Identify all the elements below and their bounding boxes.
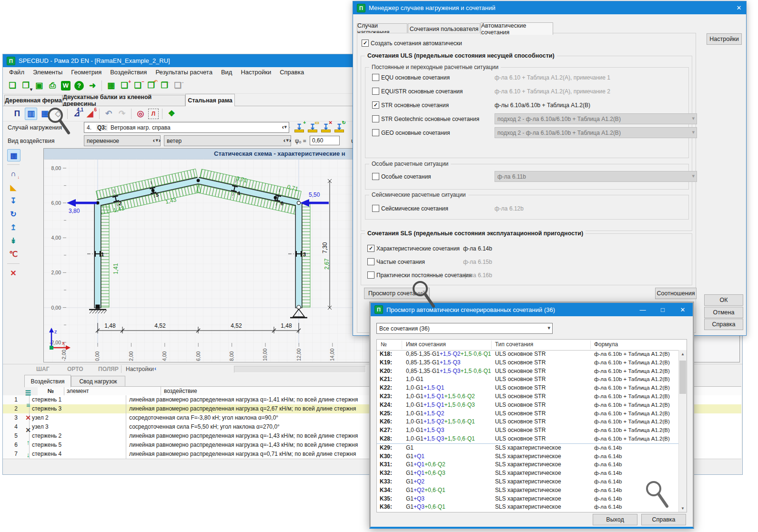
row-checkbox[interactable]: ✓: [367, 245, 374, 252]
menu-1[interactable]: Элементы: [29, 67, 67, 77]
undo-icon[interactable]: ↶: [103, 108, 114, 120]
minimize-icon[interactable]: —: [633, 303, 653, 316]
move-row-down-icon[interactable]: ↓: [22, 450, 34, 460]
delete-all-loads-icon[interactable]: ✕: [22, 412, 34, 423]
combination-row[interactable]: K30:G1+Q1SLS характеристическоеф-ла 6.14…: [377, 452, 678, 461]
combination-row[interactable]: K21:1,0·G1ULS основное STRф-ла 6.10b + Т…: [377, 375, 678, 384]
manager-titlebar[interactable]: П Менеджер случаев нагружения и сочетани…: [353, 1, 746, 14]
bottom-tab-0[interactable]: Воздействия: [24, 375, 71, 387]
combination-row[interactable]: K24:1,0·G1+1,5·Q1+1,5·0,6·Q3ULS основное…: [377, 401, 678, 410]
row-checkbox[interactable]: ✓: [372, 101, 379, 109]
combination-row[interactable]: K33:G1+Q2SLS характеристическоеф-ла 6.14…: [377, 478, 678, 486]
redo-icon[interactable]: ↷: [116, 108, 128, 120]
paste-case-icon[interactable]: ❐←: [159, 80, 170, 91]
support-settlement-icon[interactable]: ↡: [7, 235, 20, 246]
menu-0[interactable]: Файл: [5, 67, 29, 77]
maximize-icon[interactable]: □: [653, 303, 673, 316]
delete-load-icon[interactable]: ↧✕: [320, 121, 332, 132]
next-kind-button[interactable]: ›: [157, 135, 162, 145]
viewer-titlebar[interactable]: П Просмотр автоматически сгенерированных…: [371, 303, 693, 316]
cycle-load-icon[interactable]: ↧↻: [334, 121, 345, 132]
auto-combinations-checkbox[interactable]: ✓: [362, 40, 369, 47]
exit-button[interactable]: Выход: [593, 514, 637, 525]
add-load-icon[interactable]: ↧+: [293, 121, 305, 132]
menu-4[interactable]: Результаты расчета: [151, 67, 217, 77]
prev-kind-button[interactable]: ‹: [151, 135, 157, 145]
action-kind-combo[interactable]: переменное ▾: [84, 135, 161, 146]
ratios-button[interactable]: Соотношения: [655, 288, 697, 299]
scroll-down-icon[interactable]: ▼: [679, 504, 687, 512]
displacement-icon[interactable]: ↥: [7, 221, 20, 233]
combination-row[interactable]: K20:0,85·1,35·G1+1,5·Q3+1,5·0,6·Q1ULS ос…: [377, 367, 678, 376]
tab-2[interactable]: Стальная рама: [185, 94, 235, 106]
row-checkbox[interactable]: [372, 88, 379, 95]
insert-load-icon[interactable]: ≡: [22, 400, 34, 411]
print-icon[interactable]: ⎙: [47, 80, 58, 91]
new-file-icon[interactable]: ❏: [7, 80, 18, 91]
render-view-icon[interactable]: ❖: [166, 108, 177, 120]
row-checkbox[interactable]: [372, 205, 379, 212]
point-force-icon[interactable]: ↧: [7, 195, 20, 206]
combination-row[interactable]: K19:0,85·1,35·G1+1,5·Q3ULS основное STRф…: [377, 359, 678, 367]
moment-load-icon[interactable]: ∩↓: [7, 168, 20, 180]
combination-row[interactable]: K25:1,0·G1+1,5·Q2ULS основное STRф-ла 6.…: [377, 410, 678, 418]
status-settings[interactable]: Настройки: [126, 366, 154, 372]
action-category-combo[interactable]: ветер ▾: [164, 135, 291, 146]
copy-case-icon[interactable]: ❐↶: [145, 80, 157, 91]
menu-2[interactable]: Геометрия: [67, 67, 106, 77]
eraser-icon[interactable]: ◇: [52, 108, 64, 120]
distributed-load-icon[interactable]: ◣: [7, 181, 20, 193]
loads-list-icon[interactable]: ☰: [22, 388, 34, 398]
combination-row[interactable]: K23:1,0·G1+1,5·Q1+1,5·0,6·Q2ULS основное…: [377, 392, 678, 401]
section-numbers-icon[interactable]: ⊿4,1: [71, 108, 82, 120]
truss-module-icon[interactable]: Π: [11, 108, 23, 120]
prev-category-button[interactable]: ‹: [282, 135, 287, 145]
temperature-icon[interactable]: ℃: [7, 248, 20, 260]
remove-case-icon[interactable]: ❏−: [132, 80, 143, 91]
combination-row[interactable]: K31:G1+Q1+0,6·Q2SLS характеристическоеф-…: [377, 461, 678, 469]
combination-filter-combo[interactable]: Все сочетания (36) ▾: [376, 323, 553, 334]
add-case-icon[interactable]: ❏+: [119, 80, 130, 91]
scrollbar-thumb[interactable]: [679, 361, 686, 394]
row-checkbox[interactable]: [372, 74, 379, 81]
bottom-tab-1[interactable]: Свод нагрузок: [71, 376, 125, 387]
schema-view-icon[interactable]: ▦: [7, 149, 20, 161]
table-scrollbar[interactable]: ▲ ▼: [678, 350, 687, 512]
menu-6[interactable]: Настройки: [236, 67, 275, 77]
ok-button[interactable]: ОК: [704, 294, 743, 306]
next-case-button[interactable]: ›: [286, 122, 292, 131]
tab-1[interactable]: Двускатные балки из клееной древесины: [62, 95, 185, 106]
tab-0[interactable]: Деревянная ферма: [4, 95, 62, 106]
combination-row[interactable]: K28:1,0·G1+1,5·Q3+1,5·0,6·Q1ULS основное…: [377, 435, 678, 443]
menu-5[interactable]: Вид: [217, 67, 237, 77]
menu-3[interactable]: Воздействия: [106, 67, 151, 77]
help-button[interactable]: Справка: [704, 319, 743, 330]
load-case-combo[interactable]: 4. Q3: Ветровая нагр. справа ▾: [84, 122, 289, 133]
zoom-window-icon[interactable]: ◎: [135, 108, 146, 120]
psi0-input[interactable]: 0,60: [310, 136, 340, 145]
prev-case-button[interactable]: ‹: [280, 122, 286, 131]
selection-mode-icon[interactable]: Л: [148, 109, 159, 119]
help-icon[interactable]: ?: [74, 81, 84, 90]
manager-tab-2[interactable]: Автоматические сочетания: [481, 22, 553, 35]
scroll-up-icon[interactable]: ▲: [679, 350, 687, 358]
frame-module-icon[interactable]: ▥: [25, 108, 37, 120]
open-file-icon[interactable]: ❐▾: [20, 80, 31, 91]
combination-row[interactable]: K27:1,0·G1+1,5·Q3ULS основное STRф-ла 6.…: [377, 426, 678, 435]
collapse-icon[interactable]: ‹: [154, 365, 156, 372]
delete-load-row-icon[interactable]: ✕: [22, 425, 34, 435]
status-toggle-0[interactable]: ШАГ: [36, 366, 50, 372]
menu-7[interactable]: Справка: [275, 67, 308, 77]
row-checkbox[interactable]: [372, 173, 379, 180]
help-button[interactable]: Справка: [641, 514, 686, 525]
row-checkbox[interactable]: [367, 271, 374, 279]
next-category-button[interactable]: ›: [287, 135, 293, 145]
table-view-icon[interactable]: ▦: [105, 80, 117, 91]
combination-row[interactable]: K18:0,85·1,35·G1+1,5·Q2+1,5·0,6·Q1ULS ос…: [377, 350, 678, 359]
combination-row[interactable]: K36:G1+Q3+0,6·Q1SLS характеристическоеф-…: [377, 503, 678, 512]
cancel-button[interactable]: Отмена: [704, 307, 743, 318]
combination-row[interactable]: K22:1,0·G1+1,5·Q1ULS основное STRф-ла 6.…: [377, 384, 678, 392]
view-combinations-button[interactable]: Просмотр сочетаний: [364, 288, 430, 299]
reinforcement-icon[interactable]: ◢6: [84, 108, 96, 120]
combination-row[interactable]: K26:1,0·G1+1,5·Q2+1,5·0,6·Q1ULS основное…: [377, 418, 678, 426]
